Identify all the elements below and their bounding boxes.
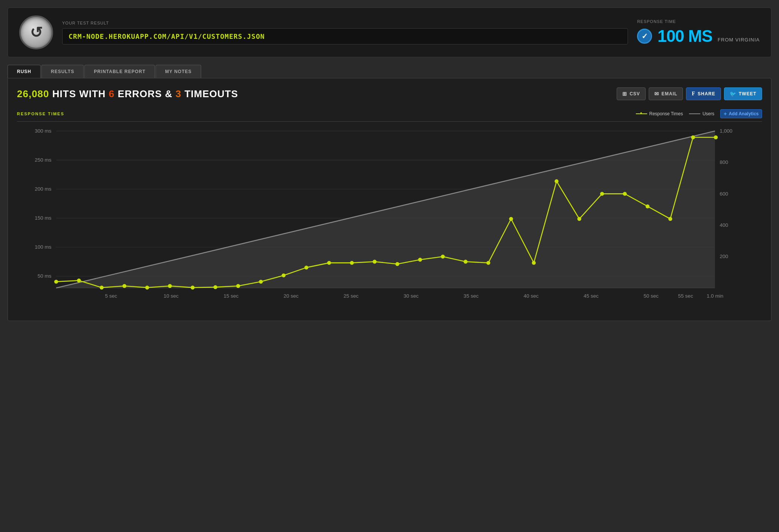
svg-point-52 [486,261,490,264]
errors-label: ERRORS & [118,88,176,99]
chart-svg: 50 ms 100 ms 150 ms 200 ms 250 ms 300 ms… [17,123,762,312]
tweet-button[interactable]: 🐦 TWEET [724,87,762,100]
svg-point-53 [509,217,513,221]
svg-text:20 sec: 20 sec [284,293,299,299]
svg-point-45 [327,261,331,264]
facebook-icon: f [692,91,695,97]
svg-text:5 sec: 5 sec [105,293,118,299]
legend-response-times-label: Response Times [649,111,683,116]
svg-point-43 [282,274,286,277]
add-analytics-button[interactable]: + Add Analytics [720,109,762,118]
main-panel: 26,080 HITS WITH 6 ERRORS & 3 TIMEOUTS ⊞… [8,78,771,321]
csv-button[interactable]: ⊞ CSV [617,87,646,100]
action-buttons: ⊞ CSV ✉ EMAIL f SHARE 🐦 TWEET [617,87,762,100]
hits-num: 26,080 [17,88,49,99]
legend-green-line [636,113,647,114]
stats-row: 26,080 HITS WITH 6 ERRORS & 3 TIMEOUTS ⊞… [17,87,762,100]
svg-point-33 [54,280,58,283]
legend-gray-line [689,113,700,114]
chart-header: RESPONSE TIMES Response Times Users + Ad… [17,109,762,118]
result-right: RESPONSE TIME ✓ 100 MS FROM VIRGINIA [637,19,760,46]
tab-rush[interactable]: RUSH [8,65,41,78]
legend-response-times: Response Times [636,111,683,116]
tweet-label: TWEET [739,91,756,96]
svg-point-40 [214,285,217,289]
svg-point-60 [668,217,672,221]
svg-point-62 [714,135,718,139]
tab-printable-report[interactable]: PRINTABLE REPORT [84,65,155,78]
your-test-result-label: YOUR TEST RESULT [62,21,628,25]
svg-text:50 sec: 50 sec [643,293,658,299]
hits-label: HITS WITH [52,88,109,99]
chart-divider [17,121,762,122]
svg-point-49 [418,258,422,261]
svg-point-46 [350,261,354,264]
result-mid: YOUR TEST RESULT CRM-NODE.HEROKUAPP.COM/… [62,21,628,44]
svg-text:200 ms: 200 ms [35,186,52,192]
share-button[interactable]: f SHARE [686,87,721,100]
chart-legend: Response Times Users + Add Analytics [636,109,762,118]
csv-icon: ⊞ [622,91,627,97]
svg-point-36 [122,284,126,288]
tab-my-notes[interactable]: MY NOTES [156,65,201,78]
svg-text:1,000: 1,000 [720,128,733,134]
svg-text:150 ms: 150 ms [35,215,52,221]
svg-text:800: 800 [720,159,729,165]
svg-point-59 [646,204,649,208]
svg-point-61 [691,135,695,139]
svg-point-57 [600,192,604,196]
svg-point-54 [532,261,536,264]
svg-point-44 [304,266,308,269]
svg-text:300 ms: 300 ms [35,128,52,134]
svg-text:15 sec: 15 sec [224,293,239,299]
legend-users: Users [689,111,714,116]
svg-text:50 ms: 50 ms [38,273,52,279]
csv-label: CSV [629,91,640,96]
timeouts-num: 3 [176,88,181,99]
chart-container: 50 ms 100 ms 150 ms 200 ms 250 ms 300 ms… [17,123,762,312]
tabs-row: RUSH RESULTS PRINTABLE REPORT MY NOTES [8,65,771,78]
svg-point-55 [554,179,558,183]
svg-point-41 [236,284,240,288]
svg-text:400: 400 [720,222,729,228]
svg-text:45 sec: 45 sec [583,293,599,299]
svg-text:40 sec: 40 sec [524,293,539,299]
svg-point-47 [373,260,376,263]
email-button[interactable]: ✉ EMAIL [649,87,683,100]
timeouts-label: TIMEOUTS [185,88,238,99]
url-display: CRM-NODE.HEROKUAPP.COM/API/V1/CUSTOMERS.… [62,28,628,44]
check-circle: ✓ [637,29,652,44]
check-icon: ✓ [642,32,648,41]
svg-text:25 sec: 25 sec [344,293,359,299]
reload-button[interactable]: ↻ [19,15,53,49]
svg-text:600: 600 [720,191,729,197]
svg-text:30 sec: 30 sec [403,293,419,299]
result-panel: ↻ YOUR TEST RESULT CRM-NODE.HEROKUAPP.CO… [8,8,771,57]
svg-point-50 [441,255,444,258]
svg-point-48 [396,262,399,266]
svg-point-38 [168,284,172,288]
svg-point-37 [145,286,149,289]
svg-point-39 [191,286,194,289]
errors-num: 6 [109,88,115,99]
hits-text: 26,080 HITS WITH 6 ERRORS & 3 TIMEOUTS [17,88,238,100]
svg-text:100 ms: 100 ms [35,244,52,250]
reload-icon: ↻ [30,25,43,40]
response-time-label: RESPONSE TIME [637,19,676,24]
svg-text:10 sec: 10 sec [163,293,179,299]
legend-users-label: Users [703,111,714,116]
from-location: FROM VIRGINIA [718,37,760,46]
tab-results[interactable]: RESULTS [41,65,84,78]
svg-point-35 [100,286,104,289]
svg-text:35 sec: 35 sec [464,293,479,299]
response-time-row: ✓ 100 MS FROM VIRGINIA [637,27,760,46]
svg-text:1.0 min: 1.0 min [707,293,723,299]
svg-point-58 [623,192,626,196]
share-label: SHARE [698,91,715,96]
email-icon: ✉ [654,91,659,97]
svg-point-51 [464,260,467,263]
twitter-icon: 🐦 [730,91,736,97]
svg-point-56 [577,217,581,221]
svg-text:200: 200 [720,254,729,259]
svg-text:55 sec: 55 sec [678,293,693,299]
